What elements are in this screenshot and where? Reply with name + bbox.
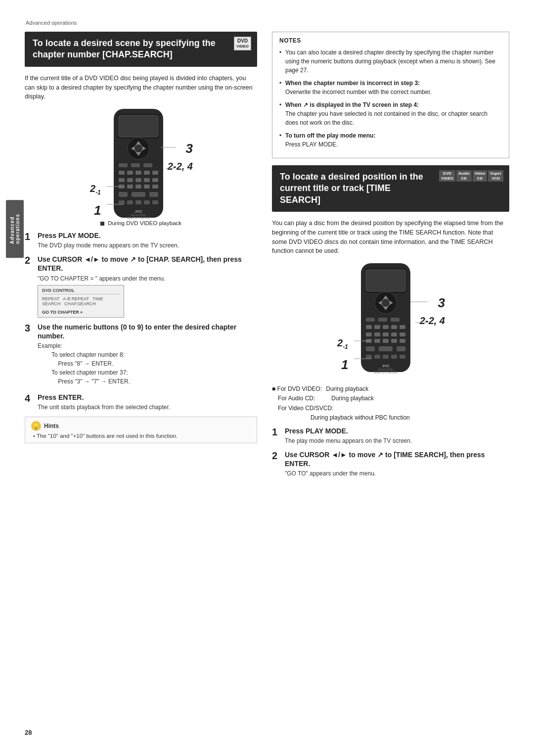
svg-rect-12 [119, 171, 125, 175]
svg-rect-58 [400, 325, 405, 329]
svg-rect-57 [391, 325, 397, 329]
badge-dvd: DVDVIDEO [439, 170, 455, 182]
svg-rect-61 [383, 332, 389, 336]
step-4-title: Press ENTER. [38, 393, 257, 402]
note-4-sub: Press PLAY MODE. [285, 141, 338, 148]
svg-point-50 [382, 299, 390, 307]
menu-screen: DVD CONTROL REPEAT A-B REPEAT TIME SEARC… [38, 285, 124, 318]
right-step-label-1: 1 [341, 357, 348, 373]
step-2-sub: "GO TO CHAPTER = " appears under the men… [38, 274, 257, 283]
breadcrumb: Advanced operations [26, 20, 509, 26]
left-remote-area: JVC RM-SXV003U REMOTE CONTROL 3 2-2, 4 2… [25, 106, 257, 220]
svg-rect-64 [366, 339, 372, 343]
note-3: When ↗ is displayed in the TV screen in … [279, 100, 502, 127]
svg-rect-68 [400, 339, 405, 343]
svg-rect-54 [366, 325, 372, 329]
svg-rect-51 [366, 318, 375, 322]
step-label-2-2-4: 2-2, 4 [168, 161, 193, 172]
hints-header: 💡 Hints [31, 421, 251, 431]
page-number: 28 [25, 729, 32, 736]
svg-rect-74 [383, 355, 389, 359]
right-step-label-3: 3 [438, 295, 445, 311]
svg-rect-25 [144, 185, 150, 189]
svg-rect-29 [149, 192, 158, 197]
right-step-1-sub: The play mode menu appears on the TV scr… [285, 436, 509, 445]
hints-label: Hints [44, 423, 59, 429]
step-2: 2 Use CURSOR ◄/► to move ↗ to [CHAP. SEA… [25, 255, 257, 317]
step-1-title: Press PLAY MODE. [38, 231, 257, 240]
svg-rect-62 [391, 332, 397, 336]
svg-rect-34 [152, 200, 158, 204]
svg-rect-9 [119, 163, 128, 167]
right-column: NOTES You can also locate a desired chap… [272, 32, 509, 483]
step-label-1: 1 [94, 203, 101, 218]
svg-rect-28 [132, 192, 145, 197]
right-step-label-2-2-4: 2-2, 4 [420, 315, 445, 327]
note-3-bold: When ↗ is displayed in the TV screen in … [285, 101, 419, 108]
step-1-sub: The DVD play mode menu appears on the TV… [38, 241, 257, 250]
right-remote-svg: JVC RM-SXV003U REMOTE CONTROL [351, 261, 420, 375]
svg-rect-73 [374, 355, 380, 359]
step-3-sub2: To select chapter number 8: Press "8" → … [51, 350, 257, 386]
svg-rect-21 [152, 178, 158, 182]
svg-rect-71 [397, 346, 405, 351]
playback-list: ■ For DVD VIDEO: During playback For Aud… [272, 384, 509, 423]
svg-point-8 [134, 144, 142, 152]
svg-rect-44 [366, 270, 405, 291]
hints-icon: 💡 [31, 421, 41, 431]
note-2-sub: Overwrite the incorrect number with the … [285, 89, 432, 95]
right-body-text: You can play a disc from the desired pos… [272, 219, 509, 256]
svg-rect-22 [119, 185, 125, 189]
right-section-title: To locate a desired position in the curr… [280, 171, 455, 206]
right-step-2: 2 Use CURSOR ◄/► to move ↗ to [TIME SEAR… [272, 450, 509, 478]
svg-rect-31 [127, 200, 133, 204]
multi-badge: DVDVIDEO AudioCD VideoCD SuperVCD [439, 170, 503, 182]
step-3: 3 Use the numeric buttons (0 to 9) to en… [25, 323, 257, 388]
svg-rect-18 [127, 178, 133, 182]
step-1: 1 Press PLAY MODE. The DVD play mode men… [25, 231, 257, 250]
svg-rect-63 [400, 332, 405, 336]
svg-rect-56 [383, 325, 389, 329]
step-4: 4 Press ENTER. The unit starts playback … [25, 393, 257, 412]
svg-rect-69 [366, 346, 375, 351]
note-4: To turn off the play mode menu: Press PL… [279, 131, 502, 149]
svg-rect-55 [374, 325, 380, 329]
svg-text:REMOTE CONTROL: REMOTE CONTROL [374, 371, 397, 374]
step-label-3: 3 [186, 141, 193, 156]
step-3-title: Use the numeric buttons (0 to 9) to ente… [38, 323, 257, 340]
svg-rect-53 [391, 318, 400, 322]
left-body-text: If the current title of a DVD VIDEO disc… [25, 74, 257, 101]
step-2-title: Use CURSOR ◄/► to move ↗ to [CHAP. SEARC… [38, 255, 257, 273]
svg-rect-66 [383, 339, 389, 343]
svg-text:REMOTE CONTROL: REMOTE CONTROL [127, 217, 150, 220]
page: Advanced operations Advanced operations … [0, 0, 534, 756]
svg-rect-17 [119, 178, 125, 182]
hints-box: 💡 Hints • The "10" and "+10" buttons are… [25, 417, 257, 443]
svg-rect-26 [152, 185, 158, 189]
note-3-sub: The chapter you have selected is not con… [285, 110, 488, 126]
note-2: When the chapter number is incorrect in … [279, 79, 502, 96]
hints-text: • The "10" and "+10" buttons are not use… [31, 433, 251, 439]
left-remote-caption: During DVD VIDEO playback [25, 220, 257, 226]
left-column: Advanced operations To locate a desired … [25, 32, 257, 483]
svg-rect-32 [135, 200, 141, 204]
svg-rect-70 [379, 346, 393, 351]
left-section-header: To locate a desired scene by specifying … [25, 32, 257, 67]
step-4-sub: The unit starts playback from the select… [38, 403, 257, 412]
svg-rect-10 [131, 163, 140, 167]
svg-rect-72 [366, 355, 372, 359]
step-3-sub: Example: [38, 341, 257, 350]
left-section-title: To locate a desired scene by specifying … [33, 38, 249, 61]
right-step-2-sub: "GO TO" appears under the menu. [285, 469, 509, 478]
note-4-bold: To turn off the play mode menu: [285, 132, 375, 139]
svg-rect-13 [127, 171, 133, 175]
dvd-badge: DVD VIDEO [234, 37, 251, 50]
right-step-2-title: Use CURSOR ◄/► to move ↗ to [TIME SEARCH… [285, 450, 509, 468]
svg-rect-52 [378, 318, 387, 322]
remote-svg: JVC RM-SXV003U REMOTE CONTROL [104, 106, 173, 220]
svg-rect-15 [144, 171, 150, 175]
svg-text:JVC: JVC [382, 364, 390, 368]
svg-rect-20 [144, 178, 150, 182]
right-step-label-2-1: 2-1 [337, 337, 348, 350]
notes-box: NOTES You can also locate a desired chap… [272, 32, 509, 158]
